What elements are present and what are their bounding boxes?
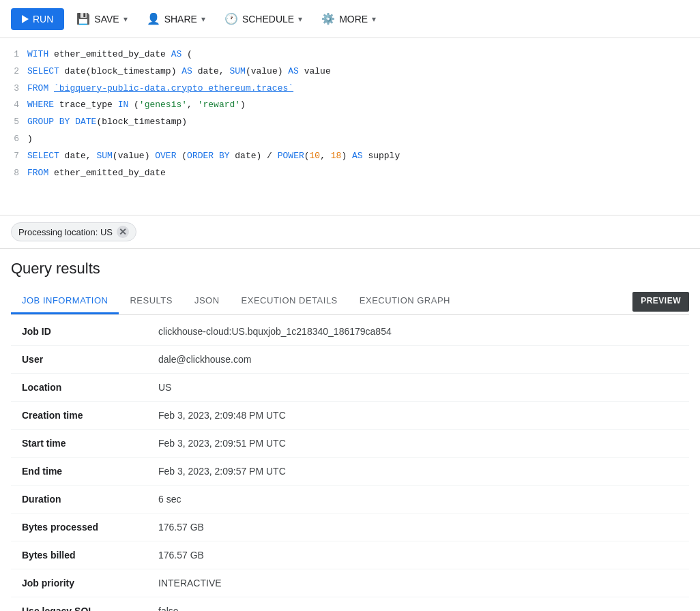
- code-token: (block_timestamp): [96, 117, 187, 127]
- toolbar: RUN 💾 SAVE ▾ 👤 SHARE ▾ 🕐 SCHEDULE ▾ ⚙️ M…: [0, 0, 700, 38]
- line-content: ): [27, 132, 700, 147]
- code-token: ): [341, 151, 352, 161]
- table-row: Job priorityINTERACTIVE: [11, 569, 689, 597]
- share-icon: 👤: [147, 12, 160, 25]
- line-number: 3: [0, 82, 27, 96]
- code-token: FROM: [27, 83, 54, 93]
- row-label: Bytes billed: [11, 541, 147, 569]
- code-line: 1WITH ether_emitted_by_date AS (: [0, 46, 700, 63]
- code-token: AS: [352, 151, 368, 161]
- row-label: Job ID: [11, 318, 147, 346]
- results-title: Query results: [11, 260, 689, 278]
- play-icon: [22, 15, 29, 23]
- processing-badge: Processing location: US ✕: [11, 222, 136, 241]
- schedule-button[interactable]: 🕐 SCHEDULE ▾: [218, 7, 309, 31]
- line-content: FROM ether_emitted_by_date: [27, 166, 700, 181]
- code-token: value: [304, 66, 331, 76]
- line-number: 6: [0, 132, 27, 147]
- row-label: Bytes processed: [11, 513, 147, 541]
- table-row: Userdale@clickhouse.com: [11, 346, 689, 374]
- row-value: 6 sec: [147, 486, 689, 513]
- code-token: OVER: [155, 151, 181, 161]
- code-token: (: [134, 100, 139, 110]
- code-token: 'genesis': [139, 100, 187, 110]
- job-info-table: Job IDclickhouse-cloud:US.bquxjob_1c2183…: [11, 318, 689, 611]
- row-label: Location: [11, 374, 147, 402]
- code-token: `bigquery-public-data.crypto_ethereum.tr…: [54, 83, 293, 93]
- line-number: 4: [0, 98, 27, 113]
- code-line: 4 WHERE trace_type IN ('genesis', 'rewar…: [0, 97, 700, 114]
- line-content: WITH ether_emitted_by_date AS (: [27, 48, 700, 62]
- code-token: (value): [246, 66, 288, 76]
- code-token: AS: [171, 49, 182, 59]
- processing-close-button[interactable]: ✕: [117, 226, 129, 238]
- row-label: Creation time: [11, 402, 147, 430]
- save-chevron-icon: ▾: [123, 14, 128, 24]
- run-button[interactable]: RUN: [11, 8, 64, 30]
- line-number: 7: [0, 149, 27, 164]
- row-value: Feb 3, 2023, 2:09:48 PM UTC: [147, 402, 689, 430]
- code-token: SUM: [229, 66, 245, 76]
- line-number: 2: [0, 65, 27, 79]
- code-line: 6): [0, 131, 700, 148]
- code-token: AS: [181, 66, 197, 76]
- table-row: Creation timeFeb 3, 2023, 2:09:48 PM UTC: [11, 402, 689, 430]
- tab-execution-details[interactable]: EXECUTION DETAILS: [231, 288, 349, 314]
- save-icon: 💾: [76, 12, 90, 25]
- table-row: Start timeFeb 3, 2023, 2:09:51 PM UTC: [11, 430, 689, 458]
- code-token: (: [304, 151, 310, 161]
- share-chevron-icon: ▾: [201, 14, 205, 24]
- code-token: WHERE: [27, 100, 59, 110]
- line-number: 1: [0, 48, 27, 62]
- code-line: 7SELECT date, SUM(value) OVER (ORDER BY …: [0, 148, 700, 165]
- code-token: date: [65, 151, 86, 161]
- tab-results[interactable]: RESULTS: [119, 288, 184, 314]
- table-row: End timeFeb 3, 2023, 2:09:57 PM UTC: [11, 458, 689, 486]
- share-label: SHARE: [164, 14, 197, 25]
- processing-label: Processing location: US: [18, 227, 113, 237]
- code-token: WITH: [27, 49, 54, 59]
- code-editor[interactable]: 1WITH ether_emitted_by_date AS (2 SELECT…: [0, 38, 700, 215]
- row-value: Feb 3, 2023, 2:09:57 PM UTC: [147, 458, 689, 486]
- table-row: Job IDclickhouse-cloud:US.bquxjob_1c2183…: [11, 318, 689, 346]
- code-token: ,: [86, 151, 97, 161]
- tab-job-information[interactable]: JOB INFORMATION: [11, 288, 119, 314]
- more-gear-icon: ⚙️: [321, 12, 335, 25]
- tab-execution-graph[interactable]: EXECUTION GRAPH: [349, 288, 461, 314]
- code-token: SELECT: [27, 66, 65, 76]
- line-number: 5: [0, 115, 27, 130]
- code-token: POWER: [278, 151, 304, 161]
- results-section: Query results JOB INFORMATIONRESULTSJSON…: [0, 249, 700, 611]
- more-button[interactable]: ⚙️ MORE ▾: [315, 7, 383, 31]
- line-content: SELECT date(block_timestamp) AS date, SU…: [27, 65, 700, 79]
- more-chevron-icon: ▾: [372, 14, 376, 24]
- processing-bar: Processing location: US ✕: [0, 215, 700, 249]
- code-token: ORDER BY: [187, 151, 235, 161]
- code-token: SUM: [96, 151, 112, 161]
- save-button[interactable]: 💾 SAVE ▾: [70, 7, 134, 31]
- code-token: GROUP BY: [27, 117, 75, 127]
- table-row: LocationUS: [11, 374, 689, 402]
- code-token: ): [240, 100, 246, 110]
- row-label: End time: [11, 458, 147, 486]
- line-content: SELECT date, SUM(value) OVER (ORDER BY d…: [27, 149, 700, 164]
- row-value: Feb 3, 2023, 2:09:51 PM UTC: [147, 430, 689, 458]
- schedule-chevron-icon: ▾: [298, 14, 302, 24]
- code-token: (: [181, 151, 187, 161]
- row-label: Use legacy SQL: [11, 597, 147, 612]
- code-token: date) /: [235, 151, 277, 161]
- schedule-icon: 🕐: [224, 12, 238, 25]
- row-value: 176.57 GB: [147, 513, 689, 541]
- code-token: (value): [113, 151, 155, 161]
- code-token: supply: [368, 151, 400, 161]
- code-token: IN: [118, 100, 134, 110]
- code-token: 18: [331, 151, 342, 161]
- row-value: 176.57 GB: [147, 541, 689, 569]
- tab-json[interactable]: JSON: [184, 288, 231, 314]
- share-button[interactable]: 👤 SHARE ▾: [140, 7, 212, 31]
- code-line: 3 FROM `bigquery-public-data.crypto_ethe…: [0, 80, 700, 98]
- code-token: trace_type: [59, 100, 118, 110]
- table-row: Use legacy SQLfalse: [11, 597, 689, 612]
- code-token: ether_emitted_by_date: [54, 168, 166, 178]
- tab-preview[interactable]: PREVIEW: [632, 292, 689, 312]
